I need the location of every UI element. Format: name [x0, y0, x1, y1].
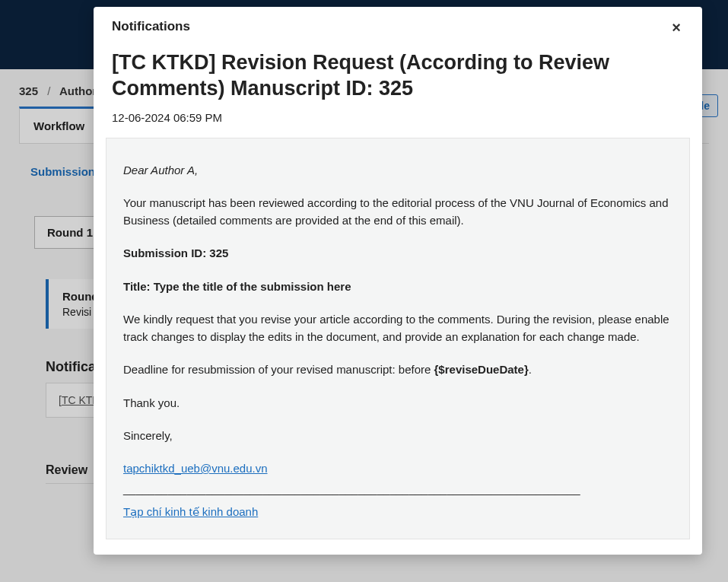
modal-p2: We kindly request that you revise your a…	[123, 310, 672, 346]
modal-journal-link[interactable]: Tạp chí kinh tế kinh doanh	[123, 505, 258, 518]
modal-p1: Your manuscript has been reviewed accord…	[123, 194, 672, 230]
notification-modal: Notifications × [TC KTKD] Revision Reque…	[94, 7, 702, 555]
deadline-prefix: Deadline for resubmission of your revise…	[123, 363, 434, 376]
modal-date: 12-06-2024 06:59 PM	[94, 108, 702, 138]
modal-email-link[interactable]: tapchiktkd_ueb@vnu.edu.vn	[123, 462, 268, 475]
modal-divider: ________________________________________…	[123, 480, 672, 498]
deadline-variable: {$reviseDueDate}	[434, 363, 529, 376]
deadline-suffix: .	[529, 363, 532, 376]
modal-header-title: Notifications	[112, 19, 190, 37]
close-icon[interactable]: ×	[669, 19, 684, 37]
modal-submission-id: Submission ID: 325	[123, 246, 228, 259]
modal-greeting: Dear Author A,	[123, 164, 198, 177]
modal-title: [TC KTKD] Revision Request (According to…	[94, 40, 702, 108]
modal-body: Dear Author A, Your manuscript has been …	[106, 138, 690, 539]
modal-thanks: Thank you.	[123, 394, 672, 412]
modal-title-line: Title: Type the title of the submission …	[123, 280, 351, 293]
modal-signoff: Sincerely,	[123, 427, 672, 444]
modal-header: Notifications ×	[94, 7, 702, 40]
modal-deadline: Deadline for resubmission of your revise…	[123, 361, 672, 378]
